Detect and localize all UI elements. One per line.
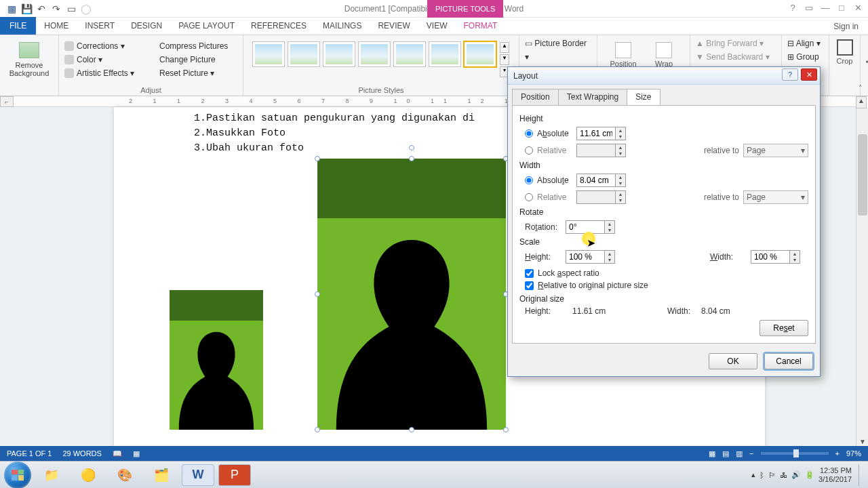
- dialog-tab-text-wrapping[interactable]: Text Wrapping: [558, 89, 627, 105]
- tab-format[interactable]: FORMAT: [455, 18, 505, 35]
- change-picture-button[interactable]: Change Picture: [159, 53, 237, 66]
- status-proofing-icon[interactable]: 📖: [113, 449, 122, 458]
- taskbar-powerpoint[interactable]: P: [218, 464, 251, 486]
- dialog-tab-position[interactable]: Position: [512, 89, 559, 105]
- remove-background-button[interactable]: Remove Background: [5, 38, 53, 77]
- tray-action-center-icon[interactable]: 🏳: [768, 471, 776, 479]
- tab-review[interactable]: REVIEW: [370, 18, 418, 35]
- collapse-ribbon-icon[interactable]: ˄: [859, 84, 863, 93]
- dialog-close-button[interactable]: ✕: [801, 68, 817, 81]
- lock-aspect-checkbox[interactable]: Lock aspect ratio: [525, 267, 808, 279]
- corrections-button[interactable]: Corrections ▾: [64, 39, 153, 53]
- rotation-spinner[interactable]: ▲▼: [605, 220, 615, 234]
- sign-in-link[interactable]: Sign in: [833, 22, 859, 31]
- tray-volume-icon[interactable]: 🔊: [791, 470, 801, 479]
- save-icon[interactable]: 💾: [20, 3, 33, 15]
- view-read-mode-icon[interactable]: ▤: [722, 449, 729, 458]
- gallery-scroll-down[interactable]: ▼: [500, 54, 509, 65]
- redo-icon[interactable]: ↷: [50, 3, 62, 15]
- gallery-scroll-up[interactable]: ▲: [500, 42, 509, 53]
- view-web-layout-icon[interactable]: ▥: [736, 449, 743, 458]
- tray-network-icon[interactable]: 🖧: [780, 471, 787, 479]
- scale-width-spinner[interactable]: ▲▼: [790, 250, 800, 264]
- new-icon[interactable]: ▭: [65, 3, 77, 15]
- width-absolute-radio[interactable]: Absolute: [525, 176, 576, 185]
- style-thumb-7-selected[interactable]: [465, 42, 496, 66]
- compress-pictures-button[interactable]: Compress Pictures: [159, 39, 237, 53]
- scale-height-input[interactable]: [566, 250, 605, 264]
- tab-references[interactable]: REFERENCES: [243, 18, 315, 35]
- tab-view[interactable]: VIEW: [418, 18, 456, 35]
- minimize-icon[interactable]: —: [819, 3, 831, 13]
- style-thumb-1[interactable]: [253, 42, 284, 66]
- reset-picture-button[interactable]: Reset Picture ▾: [159, 66, 237, 80]
- zoom-level[interactable]: 97%: [846, 449, 861, 458]
- touch-icon[interactable]: ◯: [80, 3, 92, 15]
- small-photo[interactable]: [170, 290, 263, 430]
- doc-scroll-up[interactable]: ▲: [856, 96, 867, 108]
- style-thumb-2[interactable]: [288, 42, 319, 66]
- help-icon[interactable]: ?: [787, 3, 799, 13]
- large-photo-selected[interactable]: [317, 159, 506, 430]
- maximize-icon[interactable]: □: [835, 3, 848, 13]
- status-macro-icon[interactable]: ▦: [133, 449, 140, 458]
- view-print-layout-icon[interactable]: ▦: [709, 449, 715, 458]
- taskbar-word[interactable]: W: [182, 464, 214, 486]
- vertical-scrollbar[interactable]: ▼: [856, 107, 868, 450]
- status-words[interactable]: 29 WORDS: [62, 449, 101, 458]
- tab-home[interactable]: HOME: [36, 18, 77, 35]
- tab-insert[interactable]: INSERT: [77, 18, 123, 35]
- tab-file[interactable]: FILE: [0, 17, 36, 35]
- width-absolute-input[interactable]: [576, 174, 616, 187]
- start-button[interactable]: [4, 462, 31, 489]
- zoom-slider[interactable]: [761, 452, 829, 455]
- height-relative-radio[interactable]: Relative: [525, 146, 576, 155]
- reset-button[interactable]: Reset: [760, 320, 808, 336]
- status-page[interactable]: PAGE 1 OF 1: [7, 449, 52, 458]
- remove-bg-icon: [19, 42, 39, 58]
- tab-mailings[interactable]: MAILINGS: [315, 18, 370, 35]
- taskbar-library[interactable]: 🗂️: [145, 464, 178, 486]
- rotation-input[interactable]: [566, 220, 605, 234]
- bring-forward-button[interactable]: ▲ Bring Forward ▾: [696, 37, 776, 50]
- scrollbar-thumb[interactable]: [858, 134, 867, 216]
- height-absolute-radio[interactable]: Absolute: [525, 129, 576, 138]
- send-backward-button[interactable]: ▼ Send Backward ▾: [696, 50, 776, 64]
- taskbar-chrome[interactable]: 🟡: [72, 464, 104, 486]
- zoom-in-button[interactable]: +: [835, 449, 840, 458]
- relative-original-checkbox[interactable]: Relative to original picture size: [525, 279, 808, 291]
- ok-button[interactable]: OK: [709, 353, 757, 369]
- close-icon[interactable]: ✕: [852, 3, 864, 13]
- scale-width-input[interactable]: [751, 250, 790, 264]
- artistic-effects-button[interactable]: Artistic Effects ▾: [64, 66, 153, 80]
- show-desktop-button[interactable]: [859, 464, 864, 486]
- zoom-out-button[interactable]: −: [749, 449, 753, 458]
- width-abs-spinner[interactable]: ▲▼: [616, 174, 626, 187]
- style-thumb-6[interactable]: [429, 42, 460, 66]
- width-relative-radio[interactable]: Relative: [525, 192, 576, 202]
- taskbar-explorer[interactable]: 📁: [35, 464, 68, 486]
- style-thumb-3[interactable]: [323, 42, 355, 66]
- height-absolute-input[interactable]: [576, 127, 616, 140]
- picture-border-button[interactable]: ▭ Picture Border ▾: [525, 37, 591, 64]
- taskbar-clock[interactable]: 12:35 PM3/16/2017: [818, 466, 854, 484]
- scale-height-spinner[interactable]: ▲▼: [605, 250, 615, 264]
- tray-battery-icon[interactable]: 🔋: [805, 470, 814, 479]
- tab-design[interactable]: DESIGN: [123, 18, 170, 35]
- taskbar-paint[interactable]: 🎨: [108, 464, 141, 486]
- align-button[interactable]: ⊟ Align ▾: [787, 37, 823, 50]
- dialog-tab-size[interactable]: Size: [627, 89, 660, 105]
- tray-show-hidden-icon[interactable]: ▴: [751, 470, 755, 479]
- crop-button[interactable]: Crop: [835, 39, 854, 65]
- tab-page-layout[interactable]: PAGE LAYOUT: [170, 18, 243, 35]
- cancel-button[interactable]: Cancel: [764, 353, 813, 369]
- tray-bluetooth-icon[interactable]: ᛒ: [760, 471, 764, 479]
- style-thumb-5[interactable]: [394, 42, 425, 66]
- dialog-titlebar[interactable]: Layout ? ✕: [508, 67, 820, 85]
- dialog-help-button[interactable]: ?: [782, 68, 798, 81]
- height-abs-spinner[interactable]: ▲▼: [616, 127, 626, 140]
- style-thumb-4[interactable]: [359, 42, 390, 66]
- ribbon-options-icon[interactable]: ▭: [803, 3, 815, 13]
- undo-icon[interactable]: ↶: [35, 3, 47, 15]
- color-button[interactable]: Color ▾: [64, 53, 153, 66]
